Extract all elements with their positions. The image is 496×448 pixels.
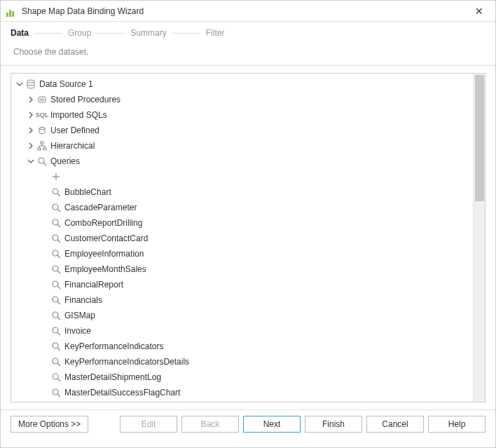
tree-item-new-query[interactable]: [11, 169, 485, 184]
chevron-down-icon[interactable]: [15, 80, 24, 88]
tree-item-label: Data Source 1: [39, 79, 93, 89]
tree-item-label: CustomerContactCard: [64, 233, 148, 243]
expander-spacer: [41, 296, 49, 304]
step-divider: [172, 33, 200, 34]
tree-item-query[interactable]: KeyPerformanceIndicators: [11, 339, 485, 354]
step-group[interactable]: Group: [68, 28, 91, 38]
expander-spacer: [41, 373, 49, 381]
tree-item-query[interactable]: ComboReportDrilling: [11, 215, 485, 231]
chevron-right-icon[interactable]: [27, 111, 35, 119]
svg-line-31: [57, 332, 60, 335]
svg-point-28: [53, 312, 58, 318]
svg-point-12: [53, 189, 58, 194]
titlebar: Shape Map Data Binding Wizard ✕: [1, 1, 495, 22]
svg-line-33: [57, 348, 60, 351]
tree-item-query[interactable]: FinancialReport: [11, 277, 485, 292]
tree-item-query[interactable]: CascadeParameter: [11, 200, 485, 215]
tree-item-label: Invoice: [64, 326, 91, 336]
tree-item-query[interactable]: MasterDetailSuccessFlagChart: [11, 385, 485, 400]
svg-line-9: [43, 163, 46, 165]
tree-item-label: CascadeParameter: [64, 203, 137, 212]
tree-item-label: Stored Procedures: [50, 95, 120, 104]
tree-item-query[interactable]: Invoice: [11, 323, 485, 339]
svg-point-18: [53, 235, 58, 240]
query-icon: [50, 233, 62, 244]
tree-item-query[interactable]: GISMap: [11, 308, 485, 323]
dataset-tree[interactable]: Data Source 1 Stored Procedures SQL Impo…: [11, 74, 485, 402]
tree-item-query[interactable]: KeyPerformanceIndicatorsDetails: [11, 354, 485, 369]
query-icon: [50, 248, 62, 259]
tree-item-query[interactable]: Financials: [11, 292, 485, 308]
svg-point-34: [53, 358, 58, 364]
tree-folder-queries[interactable]: Queries: [11, 154, 485, 169]
tree-item-label: ComboReportDrilling: [64, 218, 142, 228]
tree-folder-stored-procedures[interactable]: Stored Procedures: [11, 92, 485, 107]
scrollbar[interactable]: [473, 74, 485, 402]
chevron-right-icon[interactable]: [27, 126, 35, 135]
expander-spacer: [41, 311, 49, 320]
finish-button[interactable]: Finish: [305, 416, 362, 433]
query-icon: [50, 186, 62, 198]
expander-spacer: [41, 342, 49, 351]
tree-item-query[interactable]: BubbleChart: [11, 184, 485, 200]
tree-item-query[interactable]: EmployeeInformation: [11, 246, 485, 262]
query-icon: [50, 202, 62, 213]
wizard-steps: Data Group Summary Filter: [1, 22, 495, 44]
query-icon: [50, 325, 62, 337]
step-filter[interactable]: Filter: [206, 28, 225, 38]
query-icon: [50, 217, 62, 229]
svg-point-4: [39, 128, 45, 130]
svg-line-19: [57, 240, 60, 243]
tree-item-query[interactable]: EmployeeMonthSales: [11, 262, 485, 277]
svg-rect-6: [38, 148, 41, 150]
svg-point-24: [53, 281, 58, 287]
back-button[interactable]: Back: [181, 416, 239, 433]
svg-point-38: [53, 389, 58, 395]
expander-spacer: [41, 265, 49, 273]
query-icon: [50, 341, 62, 352]
query-icon: [50, 310, 62, 321]
query-icon: [50, 387, 62, 398]
tree-folder-hierarchical[interactable]: Hierarchical: [11, 138, 485, 154]
tree-item-label: Queries: [50, 156, 80, 166]
expander-spacer: [41, 388, 49, 397]
svg-rect-7: [43, 148, 46, 150]
edit-button[interactable]: Edit: [120, 416, 177, 433]
tree-root-datasource[interactable]: Data Source 1: [11, 76, 485, 92]
cancel-button[interactable]: Cancel: [366, 416, 424, 433]
tree-item-query[interactable]: CustomerContactCard: [11, 231, 485, 246]
help-button[interactable]: Help: [428, 416, 485, 433]
tree-item-label: MasterDetailShipmentLog: [64, 372, 161, 382]
expander-spacer: [41, 203, 49, 212]
next-button[interactable]: Next: [243, 416, 301, 433]
tree-folder-imported-sqls[interactable]: SQL Imported SQLs: [11, 107, 485, 123]
step-data[interactable]: Data: [11, 28, 29, 38]
tree-item-label: Imported SQLs: [50, 110, 107, 120]
more-options-button[interactable]: More Options >>: [11, 416, 88, 433]
chevron-down-icon[interactable]: [27, 157, 35, 165]
expander-spacer: [41, 234, 49, 243]
svg-line-39: [57, 394, 60, 397]
tree-folder-user-defined[interactable]: User Defined: [11, 123, 485, 138]
userDefined-icon: [36, 125, 48, 136]
svg-point-30: [53, 327, 58, 333]
scrollbar-thumb[interactable]: [475, 75, 484, 201]
window-title: Shape Map Data Binding Wizard: [22, 6, 469, 16]
expander-spacer: [41, 188, 49, 196]
expander-spacer: [41, 358, 49, 366]
svg-point-14: [53, 204, 58, 210]
step-divider: [97, 33, 125, 34]
close-icon[interactable]: ✕: [469, 6, 490, 17]
step-divider: [34, 33, 62, 34]
svg-line-15: [57, 209, 60, 212]
svg-point-26: [53, 297, 58, 302]
query-icon: [50, 264, 62, 275]
tree-item-query[interactable]: MasterDetailShipmentLog: [11, 369, 485, 385]
tree-item-label: MasterDetailSuccessFlagChart: [64, 388, 180, 398]
chevron-right-icon[interactable]: [27, 95, 35, 104]
expander-spacer: [41, 280, 49, 289]
step-summary[interactable]: Summary: [130, 28, 166, 38]
chevron-right-icon[interactable]: [27, 142, 35, 150]
tree-item-label: User Defined: [50, 125, 99, 135]
svg-rect-5: [41, 142, 43, 144]
